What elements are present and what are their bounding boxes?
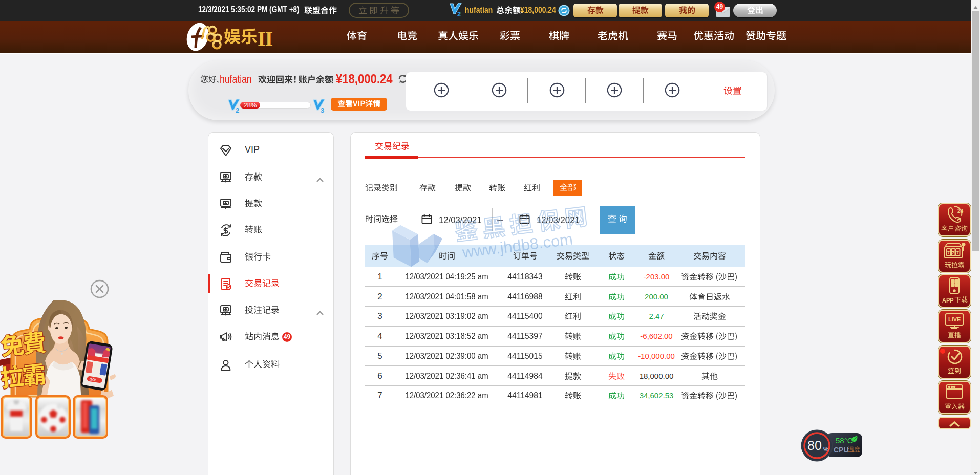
svg-text:24: 24 (957, 208, 964, 214)
svg-text:2: 2 (236, 106, 239, 114)
svg-text:7: 7 (947, 250, 950, 255)
svg-text:80: 80 (807, 438, 822, 452)
svg-text:%: % (823, 446, 829, 453)
svg-text:7: 7 (956, 250, 959, 255)
svg-text:7: 7 (952, 250, 954, 255)
svg-text:2: 2 (457, 10, 461, 18)
svg-text:3: 3 (321, 106, 324, 114)
svg-text:LIVE: LIVE (948, 316, 961, 322)
